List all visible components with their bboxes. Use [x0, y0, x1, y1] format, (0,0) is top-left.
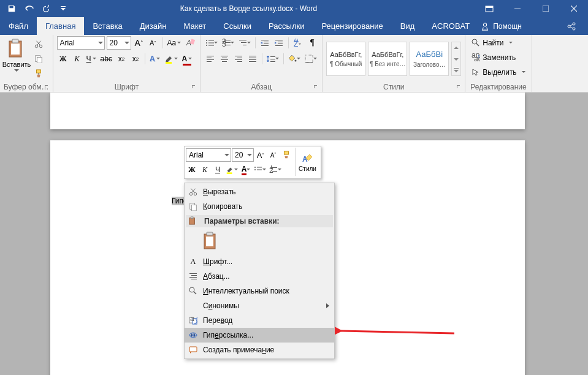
justify-button[interactable] [246, 52, 259, 66]
ctx-new-comment[interactable]: Создать примечание [185, 343, 334, 357]
mini-format-painter[interactable] [280, 148, 292, 162]
clear-formatting-button[interactable]: A [184, 36, 196, 50]
styles-gallery-scroll[interactable] [451, 42, 461, 76]
grow-font-button[interactable]: A˄ [133, 36, 145, 50]
svg-rect-101 [189, 347, 197, 352]
format-painter-button[interactable] [32, 67, 45, 80]
mini-bullets[interactable] [253, 163, 267, 176]
cut-button[interactable] [32, 37, 45, 51]
tab-mailings[interactable]: Рассылки [260, 17, 313, 35]
ctx-cut[interactable]: Вырезать [185, 184, 334, 199]
comment-icon [188, 345, 198, 355]
tab-view[interactable]: Вид [392, 17, 424, 35]
decrease-indent-button[interactable] [259, 36, 271, 50]
strikethrough-button[interactable]: abc [99, 52, 113, 66]
underline-button[interactable]: Ч [85, 52, 97, 66]
ctx-translate[interactable]: a文 Перевод [185, 313, 334, 328]
tab-home[interactable]: Главная [37, 17, 84, 35]
tab-references[interactable]: Ссылки [215, 17, 260, 35]
minimize-button[interactable] [503, 0, 532, 17]
mini-grow-font[interactable]: A˄ [254, 148, 267, 162]
line-spacing-button[interactable] [265, 52, 280, 66]
mini-numbering[interactable]: 12 [268, 163, 283, 176]
ctx-paste-keep-source[interactable] [185, 229, 334, 254]
ctx-hyperlink[interactable]: Гиперссылка... [185, 328, 334, 343]
ctx-synonyms[interactable]: Синонимы [185, 298, 334, 313]
mini-size-combo[interactable]: 20 [232, 148, 254, 162]
page-previous[interactable] [50, 93, 525, 129]
save-button[interactable] [4, 0, 20, 17]
svg-rect-41 [278, 44, 283, 44]
mini-italic[interactable]: К [199, 163, 211, 176]
tell-me[interactable]: Помощн [478, 17, 530, 35]
shrink-font-button[interactable]: A˅ [147, 36, 159, 50]
styles-expand[interactable] [452, 64, 460, 75]
ctx-font[interactable]: A Шрифт... [185, 254, 334, 269]
styles-scroll-up[interactable] [452, 42, 460, 53]
font-size-combo[interactable]: 20 [107, 36, 131, 50]
multilevel-list-button[interactable] [237, 36, 252, 50]
italic-button[interactable]: К [71, 52, 83, 66]
tab-design[interactable]: Дизайн [131, 17, 175, 35]
tab-file[interactable]: Файл [0, 17, 37, 35]
superscript-button[interactable]: x2 [129, 52, 142, 66]
borders-button[interactable] [304, 52, 318, 66]
tab-insert[interactable]: Вставка [84, 17, 131, 35]
ctx-smart-lookup[interactable]: Интеллектуальный поиск [185, 284, 334, 298]
svg-rect-55 [235, 59, 242, 60]
find-button[interactable]: Найти [469, 36, 514, 50]
svg-rect-71 [284, 151, 289, 154]
clipboard-dialog-launcher[interactable] [44, 85, 50, 91]
ctx-copy[interactable]: Копировать [185, 199, 334, 214]
copy-button[interactable] [32, 52, 45, 66]
font-color-button[interactable]: A [181, 52, 194, 66]
align-center-button[interactable] [218, 52, 231, 66]
svg-point-11 [35, 45, 37, 47]
mini-font-combo[interactable]: Arial [186, 148, 231, 162]
subscript-button[interactable]: x2 [115, 52, 128, 66]
svg-rect-63 [270, 61, 275, 62]
mini-bold[interactable]: Ж [186, 163, 198, 176]
svg-rect-49 [221, 56, 228, 56]
mini-font-color[interactable]: A [240, 163, 252, 176]
tab-layout[interactable]: Макет [175, 17, 215, 35]
align-right-button[interactable] [232, 52, 245, 66]
undo-button[interactable] [21, 0, 37, 17]
share-button[interactable] [555, 17, 588, 35]
svg-rect-59 [249, 59, 256, 60]
mini-shrink-font[interactable]: A˅ [267, 148, 280, 162]
tab-review[interactable]: Рецензирование [313, 17, 391, 35]
text-effects-button[interactable]: A [148, 52, 161, 66]
paragraph-dialog-launcher[interactable] [313, 85, 319, 91]
ctx-paste-options-label: Параметры вставки: [186, 215, 333, 227]
font-name-combo[interactable]: Arial [57, 36, 105, 50]
mini-highlight[interactable] [224, 163, 239, 176]
sort-button[interactable]: AZ [292, 36, 304, 50]
maximize-button[interactable] [532, 0, 560, 17]
numbering-button[interactable]: 123 [221, 36, 235, 50]
change-case-button[interactable]: Aa [166, 36, 183, 50]
show-marks-button[interactable]: ¶ [306, 36, 318, 50]
bold-button[interactable]: Ж [57, 52, 69, 66]
select-button[interactable]: Выделить [469, 66, 527, 79]
style-no-spacing[interactable]: АаБбВвГг,¶ Без инте… [368, 42, 407, 76]
ribbon-options-button[interactable] [475, 0, 503, 17]
align-left-button[interactable] [204, 52, 216, 66]
font-dialog-launcher[interactable] [191, 85, 197, 91]
shading-button[interactable] [287, 52, 302, 66]
tab-acrobat[interactable]: ACROBAT [423, 17, 478, 35]
close-button[interactable] [560, 0, 588, 17]
ctx-paragraph[interactable]: Абзац... [185, 269, 334, 284]
styles-scroll-down[interactable] [452, 53, 460, 64]
styles-dialog-launcher[interactable] [456, 85, 462, 91]
mini-underline[interactable]: Ч [212, 163, 224, 176]
highlight-button[interactable] [163, 52, 179, 66]
bullets-button[interactable] [204, 36, 219, 50]
style-normal[interactable]: АаБбВвГг,¶ Обычный [326, 42, 365, 76]
increase-indent-button[interactable] [273, 36, 285, 50]
style-heading1[interactable]: АаБбВіЗаголово… [410, 42, 449, 76]
svg-point-7 [573, 28, 575, 30]
mini-styles[interactable]: A Стили [295, 148, 319, 176]
replace-button[interactable]: abacЗаменить [469, 51, 518, 64]
paste-button[interactable]: Вставить [4, 37, 29, 72]
